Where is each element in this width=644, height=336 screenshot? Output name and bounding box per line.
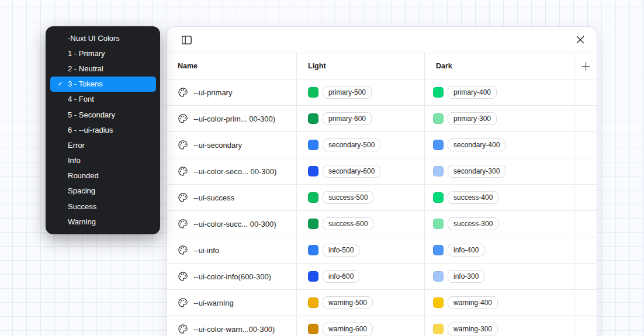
column-header-label: Name — [178, 62, 198, 70]
alias-pill[interactable]: info-300 — [448, 270, 484, 283]
color-swatch[interactable] — [308, 166, 318, 176]
checkmark-icon — [54, 199, 66, 214]
variable-name-cell[interactable]: --ui-info — [167, 237, 297, 263]
variable-name-cell[interactable]: --ui-warning — [167, 290, 297, 316]
close-panel-button[interactable] — [572, 32, 588, 48]
color-swatch[interactable] — [433, 192, 444, 203]
alias-pill[interactable]: primary-500 — [323, 86, 372, 99]
variable-name-cell[interactable]: --ui-color-succ... 00-300) — [167, 211, 297, 237]
column-header-label: Dark — [436, 62, 452, 70]
collection-menu-item-label: Spacing — [68, 186, 95, 195]
color-swatch[interactable] — [433, 324, 444, 334]
variable-name-cell[interactable]: --ui-primary — [167, 79, 297, 105]
collection-menu-item[interactable]: 6 - --ui-radius — [50, 122, 156, 137]
checkmark-icon — [54, 122, 66, 137]
color-swatch[interactable] — [308, 113, 318, 124]
collection-menu-item[interactable]: 2 - Neutral — [50, 61, 156, 76]
light-value-cell: primary-600 — [297, 106, 425, 131]
collections-menu: -Nuxt UI Colors 1 - Primary 2 - Neutral … — [46, 26, 160, 234]
alias-pill[interactable]: warning-500 — [323, 296, 373, 309]
collection-menu-item[interactable]: -Nuxt UI Colors — [50, 30, 156, 46]
collection-menu-item[interactable]: Info — [50, 153, 156, 168]
palette-icon — [178, 324, 188, 334]
column-header-name: Name — [167, 53, 297, 79]
color-swatch[interactable] — [433, 113, 444, 124]
collection-menu-item[interactable]: ✓ 3 - Tokens — [50, 77, 156, 92]
color-swatch[interactable] — [433, 271, 444, 282]
variable-name-cell[interactable]: --ui-color-warn...00-300) — [167, 316, 297, 336]
collection-menu-item[interactable]: Success — [50, 199, 156, 214]
variable-row: --ui-warning warning-500 warning-400 — [167, 290, 597, 316]
light-value-cell: info-600 — [297, 264, 425, 289]
add-mode-button[interactable] — [577, 58, 594, 74]
figma-canvas: { "canvas": { "background": "#fafbfe", "… — [0, 0, 644, 336]
alias-pill[interactable]: success-500 — [323, 191, 373, 204]
dark-value-cell: primary-300 — [425, 106, 574, 131]
color-swatch[interactable] — [308, 245, 318, 255]
alias-pill[interactable]: primary-600 — [323, 112, 372, 125]
color-swatch[interactable] — [308, 219, 318, 229]
alias-pill[interactable]: secondary-300 — [448, 165, 505, 178]
color-swatch[interactable] — [433, 166, 444, 176]
color-swatch[interactable] — [308, 324, 318, 334]
add-mode-cell — [574, 53, 597, 79]
variable-name-cell[interactable]: --ui-color-prim... 00-300) — [167, 106, 297, 131]
empty-cell — [574, 211, 597, 237]
collection-menu-item-label: 1 - Primary — [68, 49, 105, 58]
collection-menu-item[interactable]: Rounded — [50, 168, 156, 183]
color-swatch[interactable] — [433, 245, 444, 255]
palette-icon — [178, 271, 188, 282]
variable-name-cell[interactable]: --ui-color-seco... 00-300) — [167, 158, 297, 184]
alias-pill[interactable]: success-400 — [448, 191, 498, 204]
alias-pill[interactable]: secondary-600 — [323, 165, 380, 178]
collection-menu-item[interactable]: 4 - Font — [50, 92, 156, 107]
color-swatch[interactable] — [308, 87, 318, 98]
empty-cell — [574, 237, 597, 263]
collection-menu-item[interactable]: 1 - Primary — [50, 46, 156, 61]
variable-row: --ui-secondary secondary-500 secondary-4… — [167, 132, 597, 158]
collection-menu-item[interactable]: 5 - Secondary — [50, 107, 156, 122]
alias-pill[interactable]: warning-300 — [448, 323, 498, 335]
alias-pill[interactable]: success-600 — [323, 217, 373, 230]
alias-pill[interactable]: info-600 — [323, 270, 359, 283]
color-swatch[interactable] — [308, 271, 318, 282]
empty-cell — [574, 106, 597, 131]
variable-row: --ui-color-warn...00-300) warning-600 wa… — [167, 316, 597, 336]
alias-pill[interactable]: success-300 — [448, 217, 498, 230]
alias-pill[interactable]: secondary-500 — [323, 138, 380, 151]
color-swatch[interactable] — [308, 297, 318, 308]
variable-name-cell[interactable]: --ui-secondary — [167, 132, 297, 158]
variable-name-cell[interactable]: --ui-color-info(600-300) — [167, 264, 297, 289]
color-swatch[interactable] — [433, 140, 444, 150]
variable-name-cell[interactable]: --ui-success — [167, 185, 297, 210]
variables-table: Name Light Dark — [167, 53, 597, 336]
collection-menu-item[interactable]: Warning — [50, 214, 156, 229]
light-value-cell: success-500 — [297, 185, 425, 210]
color-swatch[interactable] — [308, 140, 318, 150]
alias-pill[interactable]: primary-300 — [448, 112, 497, 125]
empty-cell — [574, 79, 597, 105]
variable-row: --ui-primary primary-500 primary-400 — [167, 79, 597, 106]
color-swatch[interactable] — [433, 219, 444, 229]
collection-menu-item[interactable]: Error — [50, 137, 156, 153]
checkmark-icon — [54, 30, 66, 46]
variable-row: --ui-color-seco... 00-300) secondary-600… — [167, 158, 597, 185]
color-swatch[interactable] — [433, 87, 444, 98]
collection-menu-item[interactable]: Spacing — [50, 183, 156, 199]
color-swatch[interactable] — [433, 297, 444, 308]
alias-pill[interactable]: warning-600 — [323, 323, 373, 335]
variable-row: --ui-color-info(600-300) info-600 info-3… — [167, 264, 597, 290]
checkmark-icon — [54, 137, 66, 153]
alias-pill[interactable]: warning-400 — [448, 296, 498, 309]
empty-cell — [574, 185, 597, 210]
alias-pill[interactable]: secondary-400 — [448, 138, 505, 151]
palette-icon — [178, 219, 188, 229]
plus-icon — [581, 62, 590, 71]
color-swatch[interactable] — [308, 192, 318, 203]
toggle-sidebar-button[interactable] — [178, 32, 195, 48]
alias-pill[interactable]: primary-400 — [448, 86, 497, 99]
dark-value-cell: success-400 — [425, 185, 574, 210]
alias-pill[interactable]: info-500 — [323, 244, 359, 257]
checkmark-icon — [54, 46, 66, 61]
alias-pill[interactable]: info-400 — [448, 244, 484, 257]
